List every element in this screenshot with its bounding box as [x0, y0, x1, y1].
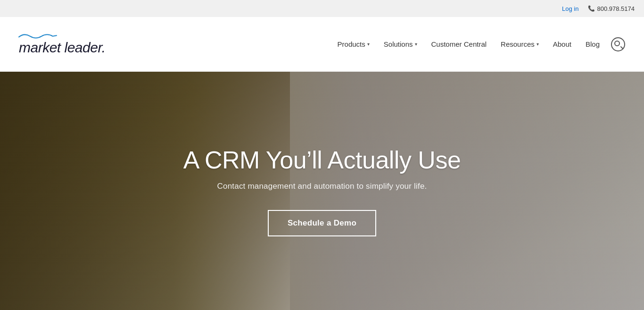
- phone-icon: 📞: [588, 5, 595, 12]
- top-bar: Log in 📞 800.978.5174: [0, 0, 644, 17]
- nav-item-resources[interactable]: Resources ▾: [495, 36, 545, 52]
- hero-subtitle: Contact management and automation to sim…: [183, 182, 461, 191]
- hero-content: A CRM You’ll Actually Use Contact manage…: [174, 146, 471, 236]
- hero-section: A CRM You’ll Actually Use Contact manage…: [0, 72, 644, 310]
- logo-wave-icon: [19, 33, 57, 39]
- nav-label-solutions: Solutions: [384, 40, 413, 48]
- search-icon: [614, 41, 620, 46]
- nav-item-customer-central[interactable]: Customer Central: [426, 36, 493, 52]
- nav-label-customer-central: Customer Central: [431, 40, 487, 48]
- schedule-demo-button[interactable]: Schedule a Demo: [268, 210, 376, 236]
- nav-item-solutions[interactable]: Solutions ▾: [378, 36, 423, 52]
- nav-label-blog: Blog: [586, 40, 600, 48]
- chevron-down-icon: ▾: [415, 42, 417, 47]
- search-button[interactable]: [611, 37, 625, 51]
- logo[interactable]: market leader.: [19, 33, 106, 56]
- header: market leader. Products ▾ Solutions ▾ Cu…: [0, 17, 644, 72]
- main-nav: Products ▾ Solutions ▾ Customer Central …: [332, 36, 625, 52]
- nav-item-products[interactable]: Products ▾: [332, 36, 375, 52]
- phone-bar: 📞 800.978.5174: [588, 5, 635, 12]
- chevron-down-icon: ▾: [367, 42, 370, 47]
- nav-label-about: About: [553, 40, 571, 48]
- phone-number: 800.978.5174: [597, 5, 635, 12]
- chevron-down-icon: ▾: [537, 42, 539, 47]
- login-link[interactable]: Log in: [562, 5, 578, 12]
- nav-item-about[interactable]: About: [547, 36, 577, 52]
- nav-label-products: Products: [338, 40, 365, 48]
- logo-text: market leader.: [19, 40, 106, 55]
- nav-item-blog[interactable]: Blog: [580, 36, 605, 52]
- nav-label-resources: Resources: [501, 40, 535, 48]
- hero-title: A CRM You’ll Actually Use: [183, 146, 461, 174]
